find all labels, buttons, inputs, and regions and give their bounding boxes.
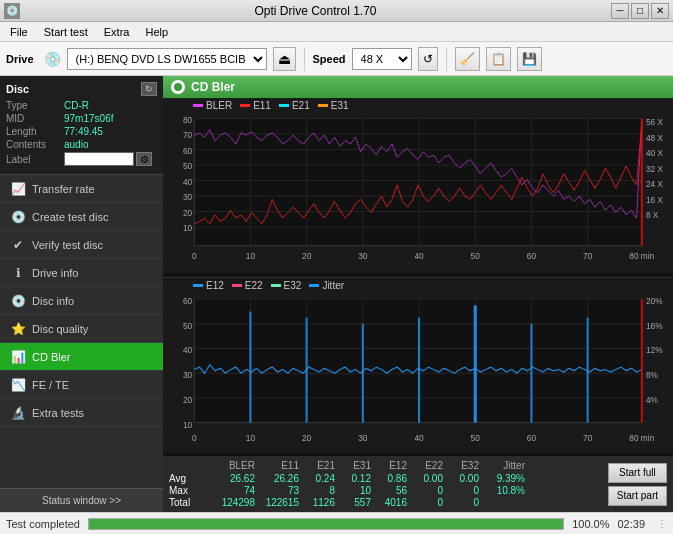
sidebar-item-extra-tests[interactable]: 🔬 Extra tests	[0, 399, 163, 427]
svg-text:20: 20	[302, 432, 311, 443]
stats-avg-bler: 26.62	[205, 473, 255, 484]
stats-avg-label: Avg	[169, 473, 205, 484]
sidebar-item-label: Transfer rate	[32, 183, 95, 195]
disc-type-row: Type CD-R	[6, 100, 157, 111]
disc-contents-row: Contents audio	[6, 139, 157, 150]
stats-col-empty	[169, 460, 205, 471]
legend-e32: E32	[271, 280, 302, 291]
disc-label-input[interactable]	[64, 152, 134, 166]
svg-text:8 X: 8 X	[646, 210, 659, 220]
refresh-speed-button[interactable]: ↺	[418, 47, 438, 71]
svg-text:40: 40	[183, 344, 192, 355]
menu-help[interactable]: Help	[139, 24, 174, 40]
svg-text:10: 10	[246, 251, 255, 261]
close-button[interactable]: ✕	[651, 3, 669, 19]
stats-max-jitter: 10.8%	[479, 485, 525, 496]
sidebar-item-verify-test-disc[interactable]: ✔ Verify test disc	[0, 231, 163, 259]
stats-max-row: Max 74 73 8 10 56 0 0 10.8%	[169, 485, 596, 496]
right-panel: CD Bler BLER E11 E21	[163, 76, 673, 512]
sidebar-item-label: Disc quality	[32, 323, 88, 335]
drive-selector[interactable]: (H:) BENQ DVD LS DW1655 BCIB	[67, 48, 267, 70]
svg-text:50: 50	[183, 320, 192, 331]
svg-text:40: 40	[414, 251, 423, 261]
stats-max-e12: 56	[371, 485, 407, 496]
copy-button[interactable]: 📋	[486, 47, 511, 71]
sidebar-item-drive-info[interactable]: ℹ Drive info	[0, 259, 163, 287]
lower-chart-container: E12 E22 E32 Jitter	[163, 278, 673, 457]
stats-avg-jitter: 9.39%	[479, 473, 525, 484]
bler-legend-color	[193, 104, 203, 107]
e12-legend-color	[193, 284, 203, 287]
disc-length-label: Length	[6, 126, 64, 137]
e31-legend-color	[318, 104, 328, 107]
start-full-button[interactable]: Start full	[608, 463, 667, 483]
stats-avg-e21: 0.24	[299, 473, 335, 484]
disc-refresh-button[interactable]: ↻	[141, 82, 157, 96]
eject-button[interactable]: ⏏	[273, 47, 296, 71]
svg-text:10: 10	[183, 223, 192, 233]
sidebar-item-label: Extra tests	[32, 407, 84, 419]
legend-bler: BLER	[193, 100, 232, 111]
jitter-legend-color	[309, 284, 319, 287]
menu-file[interactable]: File	[4, 24, 34, 40]
disc-type-value: CD-R	[64, 100, 89, 111]
sidebar-item-label: Verify test disc	[32, 239, 103, 251]
svg-text:80 min: 80 min	[629, 251, 654, 261]
disc-info-icon: 💿	[10, 293, 26, 309]
stats-total-e12: 4016	[371, 497, 407, 508]
e12-legend-label: E12	[206, 280, 224, 291]
disc-header: Disc ↻	[6, 82, 157, 96]
status-text: Test completed	[6, 518, 80, 530]
svg-text:80 min: 80 min	[629, 432, 654, 443]
minimize-button[interactable]: ─	[611, 3, 629, 19]
menu-extra[interactable]: Extra	[98, 24, 136, 40]
elapsed-time: 02:39	[617, 518, 645, 530]
legend-e21: E21	[279, 100, 310, 111]
svg-text:30: 30	[183, 192, 192, 202]
stats-total-row: Total 124298 122615 1126 557 4016 0 0	[169, 497, 596, 508]
speed-label: Speed	[313, 53, 346, 65]
sidebar-item-disc-info[interactable]: 💿 Disc info	[0, 287, 163, 315]
progress-bar-container	[88, 518, 564, 530]
save-button[interactable]: 💾	[517, 47, 542, 71]
disc-contents-label: Contents	[6, 139, 64, 150]
disc-panel: Disc ↻ Type CD-R MID 97m17s06f Length 77…	[0, 76, 163, 175]
e11-legend-label: E11	[253, 100, 271, 111]
upper-chart-container: BLER E11 E21 E31	[163, 98, 673, 278]
e32-legend-color	[271, 284, 281, 287]
sidebar-item-disc-quality[interactable]: ⭐ Disc quality	[0, 315, 163, 343]
legend-jitter: Jitter	[309, 280, 344, 291]
clear-button[interactable]: 🧹	[455, 47, 480, 71]
e32-legend-label: E32	[284, 280, 302, 291]
disc-mid-row: MID 97m17s06f	[6, 113, 157, 124]
status-window-button[interactable]: Status window >>	[0, 488, 163, 512]
svg-text:70: 70	[583, 432, 592, 443]
maximize-button[interactable]: □	[631, 3, 649, 19]
disc-label-button[interactable]: ⚙	[136, 152, 152, 166]
status-window-label: Status window >>	[42, 495, 121, 506]
start-part-button[interactable]: Start part	[608, 486, 667, 506]
sidebar-item-fe-te[interactable]: 📉 FE / TE	[0, 371, 163, 399]
legend-e31: E31	[318, 100, 349, 111]
lower-chart-svg: 60 50 40 30 20 10 20% 16% 12% 8% 4% 0 10…	[163, 293, 673, 454]
sidebar-item-create-test-disc[interactable]: 💿 Create test disc	[0, 203, 163, 231]
stats-header-e12: E12	[371, 460, 407, 471]
svg-text:12%: 12%	[646, 344, 663, 355]
speed-selector[interactable]: 48 X	[352, 48, 412, 70]
sidebar-item-transfer-rate[interactable]: 📈 Transfer rate	[0, 175, 163, 203]
stats-header-jitter: Jitter	[479, 460, 525, 471]
lower-legend: E12 E22 E32 Jitter	[163, 278, 673, 293]
sidebar-item-cd-bler[interactable]: 📊 CD Bler	[0, 343, 163, 371]
stats-header-e31: E31	[335, 460, 371, 471]
statusbar: Test completed 100.0% 02:39 ⋮	[0, 512, 673, 534]
sidebar-item-label: FE / TE	[32, 379, 69, 391]
svg-text:10: 10	[246, 432, 255, 443]
stats-max-e21: 8	[299, 485, 335, 496]
menu-start-test[interactable]: Start test	[38, 24, 94, 40]
stats-max-e32: 0	[443, 485, 479, 496]
bler-legend-label: BLER	[206, 100, 232, 111]
sidebar-item-label: Create test disc	[32, 211, 108, 223]
titlebar-controls: ─ □ ✕	[611, 3, 669, 19]
svg-text:4%: 4%	[646, 394, 658, 405]
e21-legend-color	[279, 104, 289, 107]
